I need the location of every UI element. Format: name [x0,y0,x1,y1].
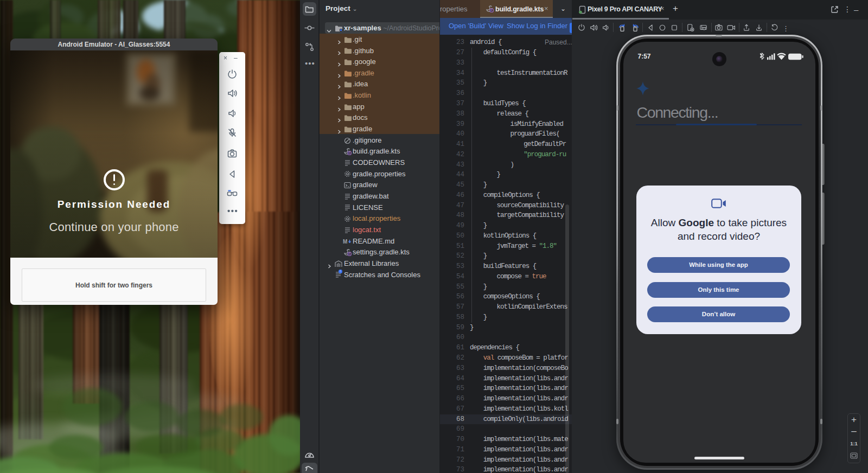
svg-text:M: M [343,239,347,245]
svg-text:K: K [349,252,351,255]
svg-text:K: K [349,151,351,155]
svg-text:K: K [491,9,493,12]
